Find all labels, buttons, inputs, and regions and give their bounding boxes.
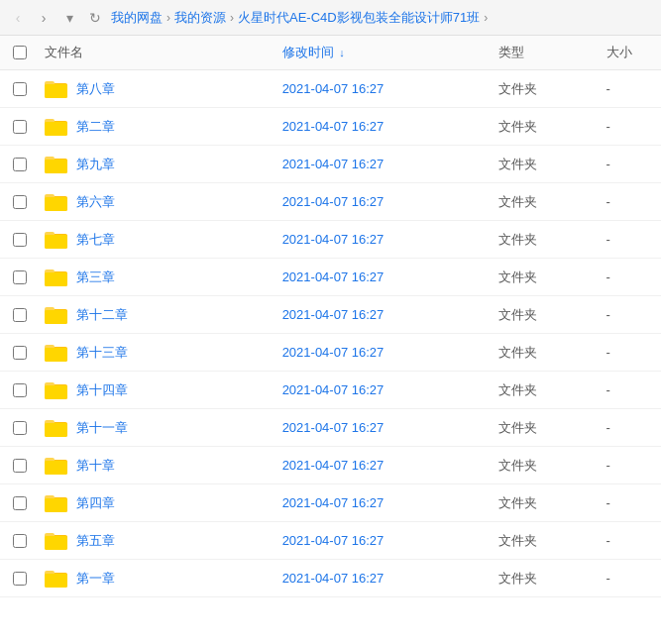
row-name-cell: 第九章 (35, 146, 273, 183)
row-file-name[interactable]: 第七章 (76, 231, 115, 249)
table-header-row: 文件名 修改时间 ↓ 类型 大小 (0, 36, 661, 70)
folder-icon (45, 79, 68, 99)
row-name-cell: 第六章 (35, 183, 273, 221)
sort-arrow-icon: ↓ (339, 47, 345, 58)
row-file-name[interactable]: 第六章 (76, 193, 115, 211)
row-checkbox-cell (0, 146, 35, 183)
breadcrumb-current-folder[interactable]: 火星时代AE-C4D影视包装全能设计师71班 (238, 9, 480, 27)
breadcrumb-sep-1: › (166, 11, 170, 25)
row-name-cell: 第四章 (35, 484, 273, 522)
row-name-cell: 第八章 (35, 70, 273, 108)
row-file-size: - (606, 420, 610, 435)
row-checkbox-0[interactable] (13, 82, 27, 96)
row-file-time: 2021-04-07 16:27 (282, 571, 385, 586)
row-file-time: 2021-04-07 16:27 (282, 345, 385, 360)
row-file-name[interactable]: 第十二章 (76, 306, 128, 324)
row-file-name[interactable]: 第一章 (76, 570, 115, 588)
folder-icon (45, 531, 68, 551)
file-table: 文件名 修改时间 ↓ 类型 大小 第八章 2 (0, 36, 661, 597)
row-file-time: 2021-04-07 16:27 (282, 382, 385, 397)
row-size-cell: - (597, 259, 661, 296)
table-row: 第十四章 2021-04-07 16:27文件夹- (0, 372, 661, 409)
svg-rect-23 (45, 348, 67, 362)
row-checkbox-cell (0, 259, 35, 296)
row-type-cell: 文件夹 (489, 259, 597, 296)
svg-rect-35 (45, 498, 67, 512)
breadcrumb-sep-3: › (484, 11, 488, 25)
row-checkbox-cell (0, 296, 35, 334)
row-file-name[interactable]: 第十四章 (76, 381, 128, 399)
folder-icon (45, 418, 68, 438)
row-file-time: 2021-04-07 16:27 (282, 81, 385, 96)
table-row: 第六章 2021-04-07 16:27文件夹- (0, 183, 661, 221)
row-file-name[interactable]: 第十一章 (76, 419, 128, 437)
row-checkbox-cell (0, 484, 35, 522)
row-checkbox-11[interactable] (13, 496, 27, 510)
row-checkbox-cell (0, 522, 35, 560)
row-checkbox-6[interactable] (13, 308, 27, 322)
svg-rect-29 (45, 423, 67, 437)
row-file-name[interactable]: 第五章 (76, 532, 115, 550)
row-checkbox-5[interactable] (13, 270, 27, 284)
row-checkbox-12[interactable] (13, 534, 27, 548)
breadcrumb-myDisk[interactable]: 我的网盘 (111, 9, 163, 27)
folder-icon (45, 155, 68, 174)
row-file-type: 文件夹 (498, 157, 537, 171)
row-file-size: - (606, 533, 610, 548)
header-time[interactable]: 修改时间 ↓ (273, 36, 489, 70)
table-row: 第十三章 2021-04-07 16:27文件夹- (0, 334, 661, 372)
svg-rect-38 (45, 536, 67, 550)
header-type-label: 类型 (498, 45, 524, 59)
row-file-name[interactable]: 第四章 (76, 494, 115, 512)
row-file-name[interactable]: 第二章 (76, 118, 115, 136)
header-size-label: 大小 (606, 45, 632, 59)
row-size-cell: - (597, 70, 661, 108)
back-button[interactable]: ‹ (8, 8, 28, 28)
row-time-cell: 2021-04-07 16:27 (273, 484, 489, 522)
row-file-size: - (606, 232, 610, 247)
folder-icon (45, 117, 68, 137)
row-checkbox-4[interactable] (13, 233, 27, 247)
row-size-cell: - (597, 146, 661, 183)
refresh-button[interactable]: ↻ (85, 8, 105, 28)
row-file-time: 2021-04-07 16:27 (282, 458, 385, 473)
row-checkbox-3[interactable] (13, 195, 27, 209)
row-file-size: - (606, 119, 610, 134)
breadcrumb-myResources[interactable]: 我的资源 (174, 9, 226, 27)
row-time-cell: 2021-04-07 16:27 (273, 334, 489, 372)
row-file-name[interactable]: 第十三章 (76, 344, 128, 362)
forward-button[interactable]: › (34, 8, 54, 28)
row-file-size: - (606, 495, 610, 510)
folder-icon (45, 343, 68, 363)
row-checkbox-7[interactable] (13, 346, 27, 360)
row-file-type: 文件夹 (498, 420, 537, 435)
row-file-type: 文件夹 (498, 345, 537, 360)
row-size-cell: - (597, 484, 661, 522)
row-time-cell: 2021-04-07 16:27 (273, 372, 489, 409)
select-all-checkbox[interactable] (13, 46, 27, 59)
table-row: 第二章 2021-04-07 16:27文件夹- (0, 108, 661, 146)
row-file-time: 2021-04-07 16:27 (282, 495, 385, 510)
header-name: 文件名 (35, 36, 273, 70)
row-checkbox-9[interactable] (13, 421, 27, 435)
row-checkbox-10[interactable] (13, 459, 27, 473)
row-file-type: 文件夹 (498, 232, 537, 247)
row-file-name[interactable]: 第九章 (76, 156, 115, 173)
row-checkbox-13[interactable] (13, 572, 27, 586)
folder-icon (45, 192, 68, 212)
row-file-name[interactable]: 第三章 (76, 268, 115, 286)
dropdown-button[interactable]: ▾ (59, 8, 79, 28)
row-file-name[interactable]: 第八章 (76, 80, 115, 98)
row-checkbox-8[interactable] (13, 383, 27, 397)
row-time-cell: 2021-04-07 16:27 (273, 146, 489, 183)
svg-rect-17 (45, 272, 67, 286)
row-type-cell: 文件夹 (489, 146, 597, 183)
row-checkbox-1[interactable] (13, 120, 27, 134)
row-file-type: 文件夹 (498, 533, 537, 548)
row-time-cell: 2021-04-07 16:27 (273, 221, 489, 259)
row-file-size: - (606, 571, 610, 586)
row-checkbox-2[interactable] (13, 158, 27, 171)
row-name-cell: 第七章 (35, 221, 273, 259)
svg-rect-32 (45, 461, 67, 475)
row-file-name[interactable]: 第十章 (76, 457, 115, 475)
